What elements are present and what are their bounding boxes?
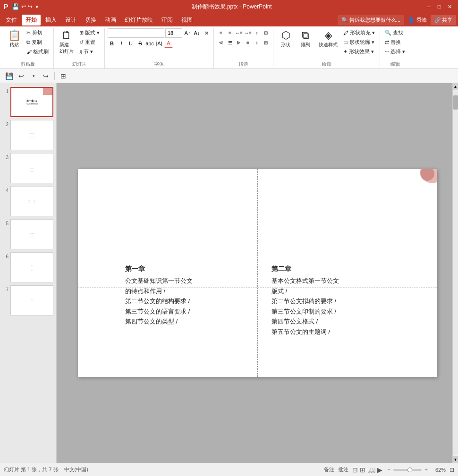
zoom-control[interactable]: － ＋ 62%	[386, 466, 446, 473]
bold-button[interactable]: B	[108, 39, 116, 48]
quick-access-redo[interactable]: ↪	[28, 3, 33, 10]
format-painter-button[interactable]: 🖌 格式刷	[25, 47, 51, 56]
align-center-button[interactable]: ☰	[226, 38, 234, 47]
fit-window-button[interactable]: ⊡	[450, 467, 454, 473]
chapter2-block[interactable]: 第二章 基本公文格式第一节公文 版式 / 第二节公文拟稿的要求 / 第三节公文印…	[271, 264, 380, 337]
quick-access-save[interactable]: 💾	[12, 3, 19, 10]
slide-thumb-1[interactable]: 第一章 公文基础知识 第二章	[10, 87, 53, 117]
menu-slideshow[interactable]: 幻灯片放映	[121, 15, 157, 26]
menu-review[interactable]: 审阅	[158, 15, 177, 26]
layout-label: 版式	[85, 29, 95, 36]
slide-thumb-4[interactable]: --- --- --- ---	[10, 186, 53, 216]
find-button[interactable]: 🔍 查找	[383, 28, 407, 37]
quick-access-undo[interactable]: ↩	[21, 3, 26, 10]
search-notify[interactable]: 🔍 告诉我您想要做什么...	[338, 15, 404, 25]
undo-button[interactable]: ↩	[16, 71, 26, 81]
zoom-level[interactable]: 62%	[431, 467, 446, 473]
copy-button[interactable]: ⧉ 复制	[25, 38, 51, 47]
comment-button[interactable]: 备注	[324, 466, 334, 473]
minimize-button[interactable]: ─	[424, 3, 433, 10]
new-slide-button[interactable]: 🗒 新建幻灯片	[57, 28, 76, 57]
clear-format-button[interactable]: ✕	[202, 29, 211, 37]
scroll-thumb[interactable]	[453, 95, 458, 110]
layout-button[interactable]: ⊞ 版式 ▾	[77, 28, 102, 37]
slide-thumb-3[interactable]: --- --- --- --- --- ---	[10, 153, 53, 183]
chapter1-block[interactable]: 第一章 公文基础知识第一节公文 的特点和作用 / 第二节公文的结构要求 / 第三…	[125, 264, 234, 327]
menu-home[interactable]: 开始	[22, 15, 41, 26]
smart-art-button[interactable]: ⊞	[262, 38, 270, 47]
menu-file[interactable]: 文件	[2, 15, 21, 26]
strikethrough-button[interactable]: S	[136, 39, 144, 48]
zoom-in-icon[interactable]: ＋	[424, 466, 429, 473]
direction-button[interactable]: ↕	[253, 28, 261, 37]
slide-thumb-5[interactable]: --- --- --- ---	[10, 219, 53, 249]
shape-button[interactable]: ⬡ 形状	[276, 28, 295, 50]
columns-button[interactable]: ⊟	[262, 28, 270, 37]
custom-button[interactable]: ⊞	[58, 71, 68, 81]
shape-fill-button[interactable]: 🖍 形状填充 ▾	[341, 28, 377, 37]
select-button[interactable]: ⊹ 选择 ▾	[383, 47, 407, 56]
list-bullet-button[interactable]: ≡	[217, 28, 225, 37]
arrange-button[interactable]: ⧉ 排列	[296, 28, 315, 50]
section-button[interactable]: § 节 ▾	[77, 47, 102, 56]
normal-view-icon[interactable]: ⊡	[352, 466, 358, 474]
list-increase-button[interactable]: →≡	[244, 28, 252, 37]
replace-button[interactable]: ⇄ 替换	[383, 38, 407, 47]
reset-button[interactable]: ↺ 重置	[77, 38, 102, 47]
menu-design[interactable]: 设计	[61, 15, 80, 26]
zoom-slider[interactable]	[393, 469, 422, 471]
align-justify-button[interactable]: ≡	[244, 38, 252, 47]
slide-thumb-2[interactable]: --- --- --- --- --- ---	[10, 120, 53, 150]
menu-animations[interactable]: 动画	[101, 15, 120, 26]
slide-panel[interactable]: 1 第一章 公文基础知识 第二章 2 --- --- ---	[0, 83, 57, 463]
list-decrease-button[interactable]: ←≡	[235, 28, 243, 37]
slide-number-4: 4	[3, 186, 8, 193]
paste-button[interactable]: 📋 粘贴	[5, 28, 24, 50]
right-scrollbar[interactable]: ▲ ▼	[452, 83, 458, 463]
slides-small-group: ⊞ 版式 ▾ ↺ 重置 § 节 ▾	[77, 28, 102, 56]
section-label: 节	[84, 48, 89, 55]
redo-button[interactable]: ↪	[41, 71, 51, 81]
menu-insert[interactable]: 插入	[42, 15, 60, 26]
reading-view-icon[interactable]: 📖	[367, 466, 375, 474]
shape-outline-button[interactable]: ▭ 形状轮廓 ▾	[341, 38, 377, 47]
align-right-button[interactable]: ⫸	[235, 38, 243, 47]
shape-icon: ⬡	[281, 30, 290, 41]
slide-thumb-7[interactable]: --- ---	[10, 285, 53, 315]
shape-effect-button[interactable]: ✦ 形状效果 ▾	[341, 47, 377, 56]
undo-dropdown-button[interactable]: ▾	[28, 71, 39, 81]
font-size-increase-button[interactable]: A↑	[183, 29, 192, 37]
underline-button[interactable]: U	[127, 39, 135, 48]
shadow-button[interactable]: abc	[145, 39, 154, 48]
close-button[interactable]: ✕	[445, 3, 454, 10]
cut-button[interactable]: ✂ 剪切	[25, 28, 51, 37]
char-spacing-button[interactable]: |A|	[155, 39, 163, 48]
italic-button[interactable]: I	[117, 39, 126, 48]
save-button[interactable]: 💾	[4, 71, 14, 81]
scroll-down-button[interactable]: ▼	[453, 456, 458, 463]
share-button[interactable]: 🔗 共享	[431, 15, 456, 25]
maximize-button[interactable]: □	[434, 3, 444, 10]
zoom-thumb[interactable]	[407, 468, 412, 472]
notes-button[interactable]: 批注	[338, 466, 348, 473]
menu-transitions[interactable]: 切换	[81, 15, 100, 26]
scroll-track[interactable]	[453, 91, 458, 455]
slideshow-icon[interactable]: ▶	[377, 466, 382, 474]
slide-thumb-6[interactable]: --- --- ---	[10, 252, 53, 282]
font-color-button[interactable]: A	[164, 39, 173, 48]
line-spacing-button[interactable]: ↕	[253, 38, 261, 47]
slide-canvas[interactable]: 第一章 公文基础知识第一节公文 的特点和作用 / 第二节公文的结构要求 / 第三…	[78, 169, 437, 377]
scroll-up-button[interactable]: ▲	[453, 83, 458, 90]
slide-sorter-icon[interactable]: ⊞	[360, 466, 365, 474]
menu-view[interactable]: 视图	[178, 15, 196, 26]
font-size-decrease-button[interactable]: A↓	[193, 29, 201, 37]
align-left-button[interactable]: ⫷	[217, 38, 225, 47]
list-number-button[interactable]: ≡	[226, 28, 234, 37]
font-size-input[interactable]	[165, 28, 182, 38]
font-name-input[interactable]	[108, 28, 164, 38]
user-account[interactable]: 👤 秀峰	[405, 15, 430, 25]
quick-style-button[interactable]: ◈ 快速样式	[316, 28, 340, 50]
zoom-out-icon[interactable]: －	[386, 466, 391, 473]
slide-number-2: 2	[3, 120, 8, 127]
quick-access-more[interactable]: ▼	[34, 4, 39, 9]
